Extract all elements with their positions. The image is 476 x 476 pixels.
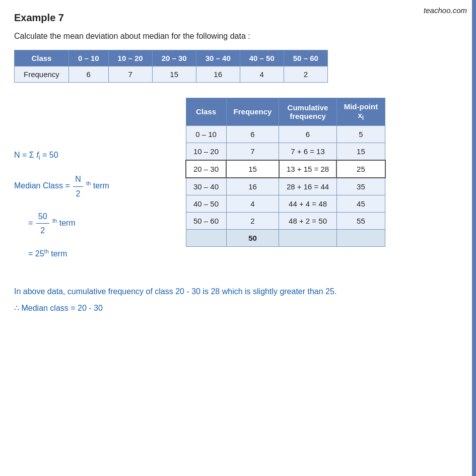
median-step2: = 50 2 th term xyxy=(28,210,175,237)
detail-table: Class Frequency Cumulativefrequency Mid-… xyxy=(185,98,386,247)
detail-table-row: 20 – 301513 + 15 = 2825 xyxy=(186,160,385,178)
detail-table-cell-cum_freq: 6 xyxy=(279,125,336,143)
detail-table-cell-class: 50 – 60 xyxy=(186,212,226,229)
median-class-frac-num: N xyxy=(73,172,83,186)
top-table-container: Class0 – 1010 – 2020 – 3030 – 4040 – 505… xyxy=(14,50,462,83)
detail-table-total-row: 50 xyxy=(186,229,385,246)
detail-table-cell-cum_freq: 44 + 4 = 48 xyxy=(279,195,336,212)
median-class-th: th xyxy=(86,180,91,186)
right-bar xyxy=(472,0,476,476)
top-table-header-row: Class0 – 1010 – 2020 – 3030 – 4040 – 505… xyxy=(15,50,328,66)
top-table-header-cell: 30 – 40 xyxy=(196,50,240,66)
detail-table-cell-midpoint: 5 xyxy=(336,125,385,143)
detail-table-cell-freq: 7 xyxy=(226,143,279,160)
detail-table-cell-class: 40 – 50 xyxy=(186,195,226,212)
top-table-row: Frequency67151642 xyxy=(15,66,328,82)
detail-table-row: 0 – 10665 xyxy=(186,125,385,143)
detail-table-cell-class: 0 – 10 xyxy=(186,125,226,143)
detail-table-cell-freq: 15 xyxy=(226,160,279,178)
detail-table-row: 30 – 401628 + 16 = 4435 xyxy=(186,178,385,195)
detail-table-row: 10 – 2077 + 6 = 1315 xyxy=(186,143,385,160)
top-table-header-cell: 10 – 20 xyxy=(108,50,152,66)
detail-table-cell-cum_freq: 13 + 15 = 28 xyxy=(279,160,336,178)
detail-col-cumfreq: Cumulativefrequency xyxy=(279,98,336,125)
detail-table-cell-midpoint: 45 xyxy=(336,195,385,212)
top-table-cell: 16 xyxy=(196,66,240,82)
detail-table-cell-midpoint: 15 xyxy=(336,143,385,160)
n-formula: N = Σ fi = 50 xyxy=(14,148,175,164)
top-table-cell: 7 xyxy=(108,66,152,82)
conclusion-text: ∴ Median class = 20 - 30 xyxy=(14,303,462,313)
top-table-cell: 6 xyxy=(69,66,108,82)
detail-col-freq: Frequency xyxy=(226,98,279,125)
detail-table-wrapper: Class Frequency Cumulativefrequency Mid-… xyxy=(185,98,462,247)
median-step3-text: = 25th term xyxy=(28,249,67,258)
detail-col-midpoint: Mid-pointxi xyxy=(336,98,385,125)
median-class-formula: Median Class = N 2 th term xyxy=(14,172,175,200)
main-content: N = Σ fi = 50 Median Class = N 2 th term… xyxy=(14,98,462,269)
top-table-cell: 15 xyxy=(152,66,196,82)
detail-table-cell-midpoint: 35 xyxy=(336,178,385,195)
detail-table-total-cell xyxy=(336,229,385,246)
detail-col-class: Class xyxy=(186,98,226,125)
example-title: Example 7 xyxy=(14,12,462,24)
median-class-fraction: N 2 xyxy=(73,172,83,200)
detail-table-cell-midpoint: 55 xyxy=(336,212,385,229)
detail-table-body: 0 – 1066510 – 2077 + 6 = 131520 – 301513… xyxy=(186,125,385,246)
question-text: Calculate the mean deviation about media… xyxy=(14,30,462,43)
median-class-term: term xyxy=(93,181,109,190)
top-table-header-cell: 0 – 10 xyxy=(69,50,108,66)
top-table-header-cell: 40 – 50 xyxy=(240,50,284,66)
detail-table-cell-freq: 2 xyxy=(226,212,279,229)
top-table-header-cell: 50 – 60 xyxy=(284,50,327,66)
detail-table-cell-cum_freq: 48 + 2 = 50 xyxy=(279,212,336,229)
median-class-label: Median Class = xyxy=(14,181,72,190)
detail-table-cell-freq: 4 xyxy=(226,195,279,212)
median-step2-th: th xyxy=(52,217,57,223)
detail-table-header-row: Class Frequency Cumulativefrequency Mid-… xyxy=(186,98,385,125)
detail-table-row: 40 – 50444 + 4 = 4845 xyxy=(186,195,385,212)
formulas-section: N = Σ fi = 50 Median Class = N 2 th term… xyxy=(14,98,185,269)
top-table: Class0 – 1010 – 2020 – 3030 – 4040 – 505… xyxy=(14,50,328,83)
median-step2-term: term xyxy=(59,219,76,227)
median-step2-frac-den: 2 xyxy=(38,224,47,237)
detail-table-cell-freq: 6 xyxy=(226,125,279,143)
top-table-body: Frequency67151642 xyxy=(15,66,328,82)
detail-table-row: 50 – 60248 + 2 = 5055 xyxy=(186,212,385,229)
top-table-cell: Frequency xyxy=(15,66,69,82)
top-table-header-cell: 20 – 30 xyxy=(152,50,196,66)
detail-table-total-cell xyxy=(279,229,336,246)
n-formula-text: N = Σ fi = 50 xyxy=(14,151,58,159)
median-step3: = 25th term xyxy=(28,246,175,260)
median-step2-frac-num: 50 xyxy=(36,210,49,224)
description-text: In above data, cumulative frequency of c… xyxy=(14,285,462,298)
detail-table-cell-midpoint: 25 xyxy=(336,160,385,178)
top-table-cell: 4 xyxy=(240,66,284,82)
median-step2-eq: = xyxy=(28,219,35,227)
detail-table-total-cell xyxy=(186,229,226,246)
top-table-cell: 2 xyxy=(284,66,327,82)
detail-table-total-cell: 50 xyxy=(226,229,279,246)
median-class-frac-den: 2 xyxy=(74,187,83,200)
brand-label: teachoo.com xyxy=(424,6,467,15)
detail-table-cell-class: 30 – 40 xyxy=(186,178,226,195)
detail-table-cell-class: 20 – 30 xyxy=(186,160,226,178)
detail-table-cell-freq: 16 xyxy=(226,178,279,195)
top-table-header-cell: Class xyxy=(15,50,69,66)
detail-table-cell-class: 10 – 20 xyxy=(186,143,226,160)
detail-table-cell-cum_freq: 7 + 6 = 13 xyxy=(279,143,336,160)
median-step2-fraction: 50 2 xyxy=(36,210,49,237)
detail-table-cell-cum_freq: 28 + 16 = 44 xyxy=(279,178,336,195)
